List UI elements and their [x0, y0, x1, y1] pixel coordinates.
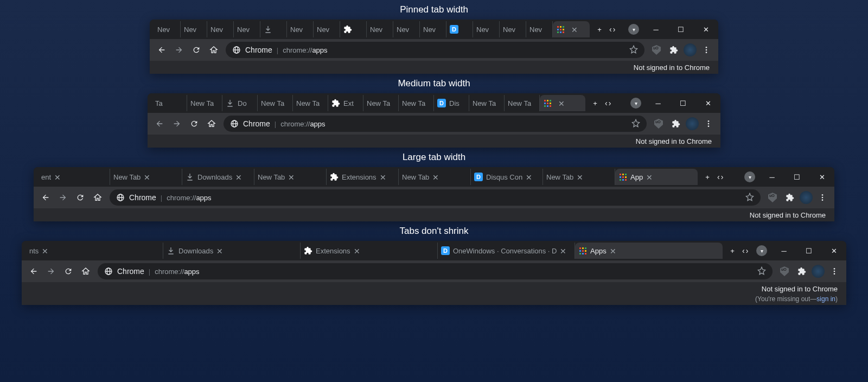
scroll-right-icon[interactable]: › — [721, 173, 724, 181]
close-tab-icon[interactable]: ✕ — [558, 99, 566, 107]
close-tab-icon[interactable]: ✕ — [216, 247, 224, 254]
site-info-icon[interactable] — [104, 267, 113, 276]
ublock-icon[interactable] — [765, 190, 780, 205]
address-bar[interactable]: Chrome | chrome://apps — [224, 116, 647, 132]
scroll-right-icon[interactable]: › — [613, 25, 616, 34]
tab[interactable]: New Ta — [258, 95, 293, 111]
reload-button[interactable] — [73, 190, 88, 205]
extensions-icon[interactable] — [666, 42, 681, 58]
maximize-button[interactable]: ☐ — [784, 167, 809, 187]
home-button[interactable] — [90, 190, 105, 205]
scroll-left-icon[interactable]: ‹ — [609, 25, 612, 34]
new-tab-button[interactable]: + — [588, 96, 603, 111]
back-button[interactable] — [26, 264, 41, 279]
tab[interactable] — [260, 21, 287, 37]
tab[interactable]: ent✕ — [38, 169, 110, 185]
back-button[interactable] — [152, 116, 167, 131]
tab[interactable]: New Tab✕ — [399, 169, 471, 185]
forward-button[interactable] — [43, 264, 59, 279]
scroll-right-icon[interactable]: › — [609, 99, 611, 107]
ublock-icon[interactable] — [649, 42, 664, 58]
tab[interactable]: Nev — [420, 21, 446, 37]
tab[interactable]: New Tab✕ — [254, 169, 327, 185]
close-window-button[interactable]: ✕ — [809, 167, 834, 187]
tab[interactable]: Nev — [287, 21, 314, 37]
tab[interactable]: Extensions✕ — [301, 243, 438, 259]
tab[interactable]: DOneWindows · Conversations · D✕ — [438, 243, 575, 259]
minimize-button[interactable]: ─ — [646, 93, 671, 113]
close-tab-icon[interactable]: ✕ — [646, 173, 654, 181]
tab[interactable]: Nev — [500, 21, 526, 37]
extensions-icon[interactable] — [668, 116, 684, 131]
menu-button[interactable] — [699, 42, 714, 58]
back-button[interactable] — [154, 42, 169, 58]
tab[interactable]: nts✕ — [26, 243, 163, 259]
close-tab-icon[interactable]: ✕ — [144, 173, 151, 181]
maximize-button[interactable]: ☐ — [796, 241, 821, 260]
close-tab-icon[interactable]: ✕ — [380, 173, 387, 181]
tab[interactable]: Nev — [393, 21, 420, 37]
new-tab-button[interactable]: + — [592, 22, 607, 37]
maximize-button[interactable]: ☐ — [671, 93, 695, 113]
tab[interactable]: Nev — [473, 21, 500, 37]
profile-avatar[interactable] — [812, 265, 825, 278]
reload-button[interactable] — [61, 264, 76, 279]
back-button[interactable] — [38, 190, 53, 205]
close-window-button[interactable]: ✕ — [821, 241, 846, 260]
close-tab-icon[interactable]: ✕ — [432, 173, 440, 181]
tab-search-button[interactable]: ▾ — [630, 98, 641, 109]
close-tab-icon[interactable]: ✕ — [42, 247, 49, 254]
profile-avatar[interactable] — [800, 191, 813, 204]
site-info-icon[interactable] — [116, 193, 125, 202]
address-bar[interactable]: Chrome | chrome://apps — [98, 263, 773, 279]
close-tab-icon[interactable]: ✕ — [610, 247, 617, 254]
ublock-icon[interactable] — [651, 116, 666, 131]
tab[interactable]: Nev — [181, 21, 207, 37]
new-tab-button[interactable]: + — [725, 243, 740, 258]
bookmark-star-icon[interactable] — [629, 45, 638, 55]
tab[interactable]: New Ta — [469, 95, 505, 111]
address-bar[interactable]: Chrome | chrome://apps — [226, 42, 644, 58]
tab[interactable]: Do — [222, 95, 258, 111]
site-info-icon[interactable] — [232, 46, 241, 54]
bookmark-star-icon[interactable] — [757, 266, 766, 277]
tab[interactable]: DDisqus Con✕ — [471, 169, 543, 185]
bookmark-star-icon[interactable] — [631, 119, 640, 129]
tab[interactable]: Nev — [526, 21, 553, 37]
close-tab-icon[interactable]: ✕ — [526, 173, 533, 181]
close-tab-icon[interactable]: ✕ — [577, 173, 584, 181]
tab[interactable]: Ext — [328, 95, 363, 111]
tab-search-button[interactable]: ▾ — [756, 245, 767, 256]
tab-active[interactable]: App✕ — [615, 169, 698, 185]
maximize-button[interactable]: ☐ — [668, 20, 693, 39]
close-window-button[interactable]: ✕ — [695, 93, 720, 113]
profile-avatar[interactable] — [686, 117, 699, 130]
forward-button[interactable] — [55, 190, 71, 205]
tab[interactable]: Nev — [234, 21, 260, 37]
new-tab-button[interactable]: + — [700, 169, 715, 184]
tab[interactable]: Extensions✕ — [327, 169, 399, 185]
tab[interactable]: Ta — [152, 95, 187, 111]
tab[interactable]: Downloads✕ — [163, 243, 301, 259]
tab[interactable] — [340, 21, 367, 37]
tab-search-button[interactable]: ▾ — [628, 24, 639, 35]
tab[interactable]: DDis — [434, 95, 469, 111]
tab[interactable]: Downloads✕ — [182, 169, 254, 185]
forward-button[interactable] — [169, 116, 184, 131]
tab[interactable]: Nev — [314, 21, 340, 37]
close-tab-icon[interactable]: ✕ — [235, 173, 243, 181]
tab[interactable]: D — [446, 21, 473, 37]
tab-active[interactable]: Apps✕ — [575, 243, 723, 259]
site-info-icon[interactable] — [230, 119, 239, 128]
tab[interactable]: Nev — [154, 21, 181, 37]
home-button[interactable] — [204, 116, 219, 131]
tab[interactable]: New Tab✕ — [543, 169, 615, 185]
close-window-button[interactable]: ✕ — [693, 20, 718, 39]
home-button[interactable] — [78, 264, 93, 279]
scroll-left-icon[interactable]: ‹ — [742, 246, 745, 255]
profile-avatar[interactable] — [684, 43, 697, 56]
tab[interactable]: New Tab✕ — [110, 169, 182, 185]
scroll-left-icon[interactable]: ‹ — [717, 173, 720, 181]
tab[interactable]: New Ta — [363, 95, 399, 111]
close-tab-icon[interactable]: ✕ — [54, 173, 62, 181]
